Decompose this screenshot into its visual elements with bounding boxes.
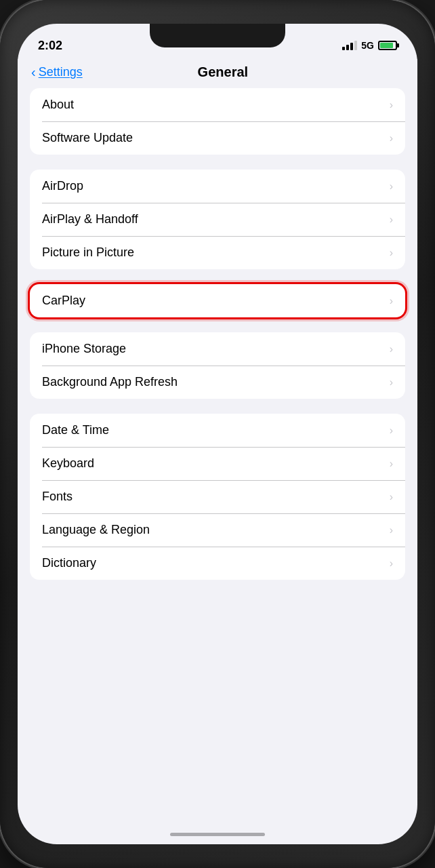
chevron-right-icon: › bbox=[390, 247, 393, 259]
settings-label-fonts: Fonts bbox=[42, 490, 72, 504]
settings-row-language-region[interactable]: Language & Region › bbox=[30, 513, 405, 547]
chevron-right-icon: › bbox=[390, 343, 393, 355]
chevron-right-icon: › bbox=[390, 491, 393, 503]
signal-bar-1 bbox=[342, 47, 345, 50]
settings-row-picture-in-picture[interactable]: Picture in Picture › bbox=[30, 236, 405, 269]
settings-row-carplay[interactable]: CarPlay › bbox=[30, 284, 405, 317]
settings-label-date-time: Date & Time bbox=[42, 423, 109, 437]
chevron-right-icon: › bbox=[390, 458, 393, 470]
phone-screen: 2:02 5G ‹ Settings bbox=[18, 24, 417, 844]
chevron-right-icon: › bbox=[390, 295, 393, 307]
battery-shell bbox=[378, 41, 397, 50]
back-chevron-icon: ‹ bbox=[31, 64, 36, 80]
settings-group-5: Date & Time › Keyboard › Fonts › Languag… bbox=[30, 414, 405, 580]
signal-bar-3 bbox=[350, 43, 353, 50]
settings-label-airdrop: AirDrop bbox=[42, 179, 83, 193]
network-indicator: 5G bbox=[361, 40, 374, 51]
battery-fill bbox=[380, 43, 393, 48]
settings-row-airdrop[interactable]: AirDrop › bbox=[30, 170, 405, 203]
settings-group-1: About › Software Update › bbox=[30, 88, 405, 155]
settings-row-date-time[interactable]: Date & Time › bbox=[30, 414, 405, 447]
settings-row-fonts[interactable]: Fonts › bbox=[30, 480, 405, 513]
settings-group-carplay: CarPlay › bbox=[30, 284, 405, 317]
settings-label-about: About bbox=[42, 98, 74, 112]
settings-row-keyboard[interactable]: Keyboard › bbox=[30, 447, 405, 480]
settings-label-airplay-handoff: AirPlay & Handoff bbox=[42, 212, 138, 226]
settings-label-keyboard: Keyboard bbox=[42, 456, 94, 471]
navigation-bar: ‹ Settings General bbox=[18, 59, 417, 88]
status-icons: 5G bbox=[342, 40, 397, 51]
page-title: General bbox=[83, 64, 363, 80]
settings-row-airplay-handoff[interactable]: AirPlay & Handoff › bbox=[30, 203, 405, 236]
settings-label-software-update: Software Update bbox=[42, 131, 133, 145]
chevron-right-icon: › bbox=[390, 214, 393, 226]
back-button[interactable]: ‹ Settings bbox=[31, 64, 83, 80]
settings-label-carplay: CarPlay bbox=[42, 294, 85, 308]
chevron-right-icon: › bbox=[390, 376, 393, 389]
back-label: Settings bbox=[39, 65, 83, 79]
settings-row-iphone-storage[interactable]: iPhone Storage › bbox=[30, 332, 405, 366]
home-indicator bbox=[170, 833, 265, 836]
signal-bars-icon bbox=[342, 41, 357, 50]
settings-group-4: iPhone Storage › Background App Refresh … bbox=[30, 332, 405, 399]
settings-label-background-app-refresh: Background App Refresh bbox=[42, 375, 178, 389]
settings-label-iphone-storage: iPhone Storage bbox=[42, 342, 126, 356]
phone-frame: 2:02 5G ‹ Settings bbox=[0, 0, 435, 868]
chevron-right-icon: › bbox=[390, 425, 393, 437]
settings-label-picture-in-picture: Picture in Picture bbox=[42, 245, 134, 260]
settings-row-dictionary[interactable]: Dictionary › bbox=[30, 547, 405, 580]
settings-row-background-app-refresh[interactable]: Background App Refresh › bbox=[30, 366, 405, 399]
notch bbox=[150, 24, 285, 47]
battery-icon bbox=[378, 41, 397, 50]
signal-bar-4 bbox=[354, 41, 357, 50]
chevron-right-icon: › bbox=[390, 132, 393, 144]
settings-label-dictionary: Dictionary bbox=[42, 556, 96, 570]
settings-row-about[interactable]: About › bbox=[30, 88, 405, 121]
chevron-right-icon: › bbox=[390, 524, 393, 536]
settings-group-2: AirDrop › AirPlay & Handoff › Picture in… bbox=[30, 170, 405, 269]
settings-row-software-update[interactable]: Software Update › bbox=[30, 121, 405, 155]
chevron-right-icon: › bbox=[390, 180, 393, 193]
settings-label-language-region: Language & Region bbox=[42, 523, 150, 537]
status-time: 2:02 bbox=[38, 39, 62, 53]
settings-content: About › Software Update › AirDrop › AirP… bbox=[18, 88, 417, 595]
signal-bar-2 bbox=[346, 45, 349, 50]
chevron-right-icon: › bbox=[390, 99, 393, 111]
chevron-right-icon: › bbox=[390, 557, 393, 570]
